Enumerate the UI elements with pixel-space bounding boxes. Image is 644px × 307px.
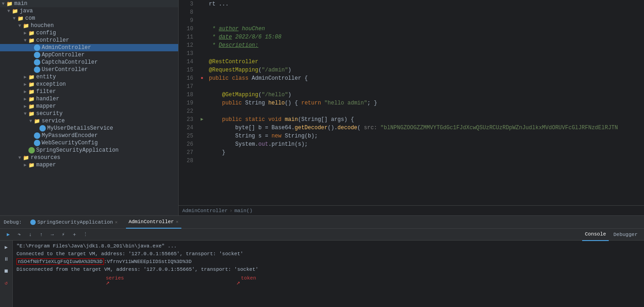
- more-btn[interactable]: ⋮: [81, 230, 90, 239]
- breadcrumb: AdminController › main(): [179, 205, 644, 215]
- tree-item-UserController[interactable]: UserController: [0, 66, 178, 73]
- line-num-14: 14: [179, 58, 193, 66]
- file-circle-blue: [34, 140, 40, 146]
- item-label: MyPasswordEncoder: [42, 132, 98, 139]
- tree-arrow: ▼: [22, 111, 28, 116]
- tab-spring-security[interactable]: SpringSecurityApplication ✕: [27, 216, 120, 229]
- item-label: SpringSecurityApplication: [36, 147, 119, 154]
- tree-item-handler[interactable]: ▶📁handler: [0, 95, 178, 103]
- item-label: main: [14, 0, 27, 7]
- file-circle-blue: [34, 52, 40, 58]
- folder-icon: 📁: [23, 23, 29, 29]
- tree-arrow: ▼: [16, 23, 23, 28]
- code-line-14: @RestController: [201, 58, 644, 66]
- code-pane: rt ... * author houChen * date 2022/8/6 …: [197, 0, 644, 205]
- console-line: Disconnected from the target VM, address…: [16, 266, 640, 274]
- tree-arrow: ▼: [16, 155, 23, 160]
- item-label: AppController: [42, 52, 85, 58]
- line-num-26: 26: [179, 140, 193, 148]
- folder-icon: 📁: [28, 111, 35, 117]
- step-into-btn[interactable]: ↓: [26, 230, 35, 239]
- tree-item-exception[interactable]: ▶📁exception: [0, 81, 178, 88]
- gutter-space: [201, 107, 209, 115]
- debug-tabs: Debug: SpringSecurityApplication ✕ Admin…: [0, 216, 644, 229]
- tree-arrow: ▼: [5, 9, 12, 14]
- folder-icon: 📁: [17, 16, 24, 22]
- item-label: security: [36, 110, 63, 117]
- code-line-13: [201, 49, 644, 58]
- tree-item-java[interactable]: ▼📁java: [0, 7, 178, 15]
- tree-item-entity[interactable]: ▶📁entity: [0, 73, 178, 81]
- tree-arrow: ▶: [22, 89, 28, 94]
- item-label: CaptchaController: [42, 59, 98, 66]
- tree-item-filter[interactable]: ▶📁filter: [0, 88, 178, 95]
- line-num-11: 11: [179, 33, 193, 41]
- resume-btn[interactable]: ▶: [4, 230, 13, 239]
- line-num-10: 10: [179, 25, 193, 33]
- folder-icon: 📁: [28, 38, 35, 44]
- tree-item-WebSecurityConfig[interactable]: WebSecurityConfig: [0, 139, 178, 147]
- tree-item-com[interactable]: ▼📁com: [0, 15, 178, 22]
- tree-item-service[interactable]: ▼📁service: [0, 117, 178, 125]
- code-line-22: [201, 107, 644, 115]
- console-line: "E:\Program Files\Java\jdk1.8.0_201\bin\…: [16, 242, 640, 250]
- gutter-space: [201, 8, 209, 16]
- tree-item-AdminController[interactable]: AdminController: [0, 44, 178, 51]
- tree-item-security[interactable]: ▼📁security: [0, 110, 178, 117]
- run-to-cursor-btn[interactable]: →: [48, 230, 57, 239]
- folder-icon: 📁: [6, 1, 13, 7]
- tree-item-MyPasswordEncoder[interactable]: MyPasswordEncoder: [0, 132, 178, 139]
- gutter-space: [201, 0, 209, 8]
- item-label: UserController: [42, 66, 88, 73]
- tab-close-spring[interactable]: ✕: [115, 219, 118, 225]
- code-line-16: ●public class AdminController {: [201, 74, 644, 82]
- tree-item-resources[interactable]: ▼📁resources: [0, 154, 178, 161]
- gutter-pause-btn[interactable]: ⏸: [2, 254, 11, 263]
- file-circle-blue: [34, 132, 40, 139]
- tab-admin-controller[interactable]: AdminController ✕: [126, 216, 181, 229]
- tree-item-houchen[interactable]: ▼📁houchen: [0, 22, 178, 29]
- debug-title: Debug:: [4, 219, 22, 225]
- gutter-stop-btn[interactable]: ⏹: [2, 266, 11, 275]
- file-circle-blue: [34, 44, 40, 51]
- code-line-19: public String hello() { return "hello ad…: [201, 99, 644, 107]
- folder-icon: 📁: [34, 118, 40, 124]
- evaluate-btn[interactable]: ⚡: [59, 230, 68, 239]
- gutter-space: [201, 33, 209, 41]
- gutter-breakpoint: ●: [201, 74, 209, 82]
- item-label: WebSecurityConfig: [42, 140, 98, 146]
- tree-item-main[interactable]: ▼📁main: [0, 0, 178, 7]
- step-out-btn[interactable]: ↑: [37, 230, 46, 239]
- tree-item-CaptchaController[interactable]: CaptchaController: [0, 59, 178, 66]
- left-gutter-panel: ▶ ⏸ ⏹ ↺: [0, 241, 13, 307]
- breadcrumb-item: AdminController: [182, 208, 228, 214]
- gutter-rerun-btn[interactable]: ↺: [2, 278, 11, 287]
- console-tab[interactable]: Console: [582, 228, 609, 241]
- line-num-13: 13: [179, 49, 193, 58]
- tree-item-mapper2[interactable]: ▶📁mapper: [0, 161, 178, 169]
- step-over-btn[interactable]: ↷: [15, 230, 24, 239]
- gutter-play-btn[interactable]: ▶: [2, 242, 11, 252]
- tree-arrow: ▶: [22, 96, 28, 102]
- main-area: ▼📁main▼📁java▼📁com▼📁houchen▶📁config▼📁cont…: [0, 0, 644, 215]
- line-numbers: 3891011121314151617181922232425262728: [179, 0, 197, 205]
- tab-close-admin[interactable]: ✕: [176, 219, 179, 225]
- tree-item-config[interactable]: ▶📁config: [0, 29, 178, 37]
- line-num-9: 9: [179, 16, 193, 25]
- bottom-main: ▶ ⏸ ⏹ ↺ "E:\Program Files\Java\jdk1.8.0_…: [0, 241, 644, 307]
- tree-item-AppController[interactable]: AppController: [0, 51, 178, 59]
- item-label: com: [25, 15, 35, 22]
- item-label: mapper: [36, 103, 56, 110]
- debugger-tab[interactable]: Debugger: [611, 228, 640, 241]
- tree-item-controller[interactable]: ▼📁controller: [0, 37, 178, 44]
- tree-item-MyUserDetailsService[interactable]: MyUserDetailsService: [0, 125, 178, 132]
- line-num-19: 19: [179, 99, 193, 107]
- tree-item-mapper[interactable]: ▶📁mapper: [0, 103, 178, 110]
- line-num-23: 23: [179, 115, 193, 124]
- code-line-9: [201, 16, 644, 25]
- breadcrumb-item: main(): [235, 208, 253, 214]
- item-label: MyUserDetailsService: [47, 125, 113, 132]
- tree-item-SpringSecurityApplication[interactable]: SpringSecurityApplication: [0, 147, 178, 154]
- add-watch-btn[interactable]: ＋: [70, 230, 79, 239]
- tree-arrow: ▶: [22, 104, 28, 109]
